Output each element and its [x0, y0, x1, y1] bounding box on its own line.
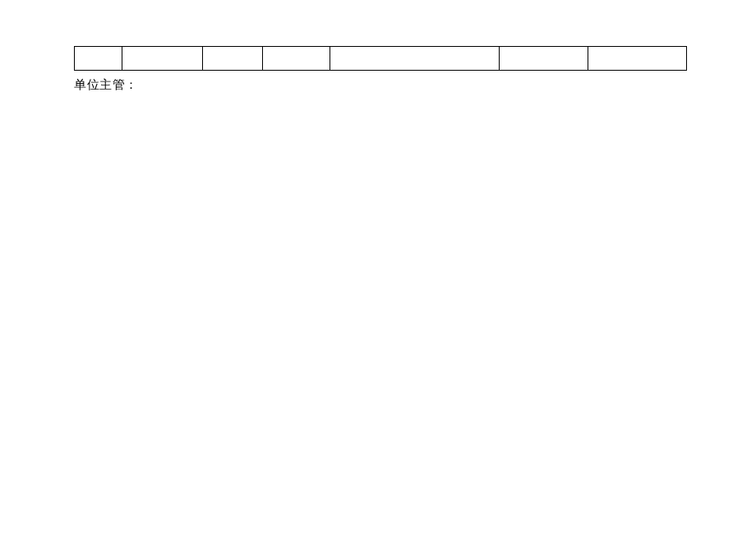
signature-label: 单位主管： — [74, 77, 138, 93]
table-cell — [122, 47, 203, 71]
table-cell — [588, 47, 687, 71]
table-cell — [330, 47, 500, 71]
table-cell — [262, 47, 330, 71]
table-cell — [500, 47, 588, 71]
form-table — [74, 46, 687, 71]
form-table-wrap — [74, 46, 687, 71]
table-row — [75, 47, 687, 71]
document-page: 单位主管： — [0, 0, 756, 535]
table-cell — [203, 47, 262, 71]
table-cell — [75, 47, 122, 71]
